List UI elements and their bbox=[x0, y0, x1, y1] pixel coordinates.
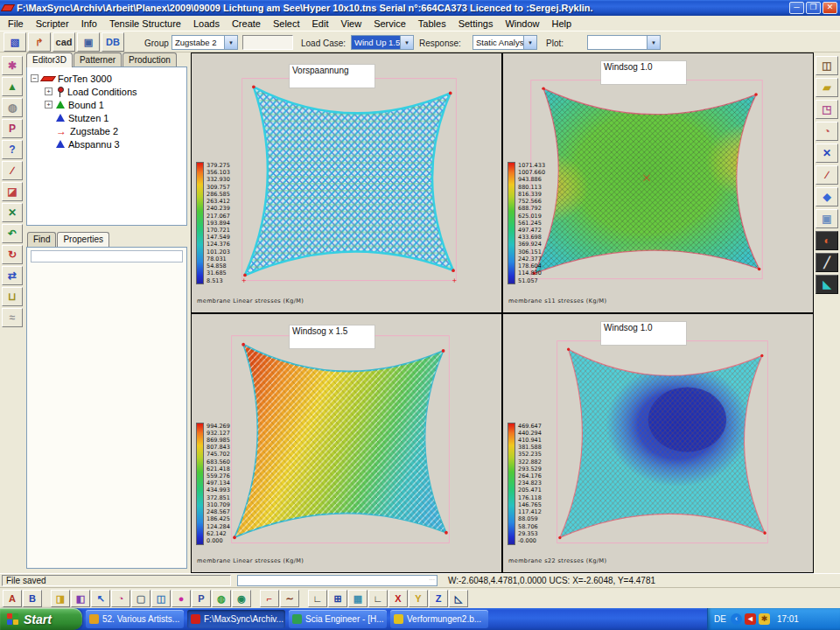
yellow-box-icon[interactable]: ◨ bbox=[51, 590, 70, 607]
task-various-artists[interactable]: 52. Various Artists... bbox=[86, 610, 184, 628]
surface-edit-icon[interactable]: ◪ bbox=[2, 182, 23, 201]
menu-item-tensile-structure[interactable]: Tensile Structure bbox=[103, 18, 187, 30]
menu-item-service[interactable]: Service bbox=[368, 18, 412, 30]
membrane-canvas-1[interactable] bbox=[241, 76, 458, 284]
save-icon[interactable]: ▣ bbox=[77, 32, 100, 52]
minimize-button[interactable]: ─ bbox=[789, 2, 804, 14]
x-axis-icon[interactable]: X bbox=[388, 590, 408, 607]
new-model-icon[interactable]: ▧ bbox=[4, 32, 26, 52]
chevron-down-icon[interactable]: ▼ bbox=[523, 36, 536, 49]
trash-icon[interactable]: ⊔ bbox=[2, 287, 23, 306]
tree-item-load-conditions[interactable]: + Load Conditions bbox=[31, 85, 185, 98]
viewport-cell-1[interactable]: Vorspaannung 379.275356.103332.930309.75… bbox=[192, 53, 501, 312]
menu-item-view[interactable]: View bbox=[335, 18, 368, 30]
cube-icon[interactable]: ◧ bbox=[71, 590, 90, 607]
font-a-icon[interactable]: A bbox=[3, 590, 22, 607]
task-scia-engineer[interactable]: Scia Engineer - [H... bbox=[289, 610, 387, 628]
region-select-icon[interactable]: ▰ bbox=[816, 78, 838, 97]
view-mode-icon[interactable]: ◫ bbox=[816, 56, 838, 75]
refresh-loop-icon[interactable]: ↻ bbox=[2, 245, 23, 264]
membrane-canvas-4[interactable] bbox=[556, 339, 769, 547]
delete-cross-icon[interactable]: ✕ bbox=[2, 203, 23, 222]
viewport-cell-4[interactable]: Windsog 1.0 469.647440.294410.941381.588… bbox=[503, 314, 813, 573]
delete-element-icon[interactable]: ✕ bbox=[816, 144, 838, 163]
menu-item-file[interactable]: File bbox=[2, 18, 30, 30]
magenta-dot-icon[interactable]: ● bbox=[172, 590, 191, 607]
gem-view-icon[interactable]: ◆ bbox=[816, 187, 838, 206]
tab-find[interactable]: Find bbox=[27, 232, 56, 247]
membrane-canvas-3[interactable] bbox=[230, 333, 451, 547]
expand-icon[interactable]: + bbox=[45, 88, 52, 95]
tab-properties[interactable]: Properties bbox=[57, 232, 109, 247]
chevron-down-icon[interactable]: ▼ bbox=[400, 36, 413, 49]
command-input[interactable]: ⋯ bbox=[237, 575, 438, 586]
dashed-box-icon[interactable]: ▢ bbox=[131, 590, 150, 607]
task-verformungen[interactable]: Verformungen2.b... bbox=[390, 610, 488, 628]
rad-snap-icon[interactable]: ∼ bbox=[280, 590, 299, 607]
font-b-icon[interactable]: B bbox=[23, 590, 42, 607]
tree-item-stutzen-1[interactable]: Stutzen 1 bbox=[31, 111, 185, 124]
rollback-tray-icon[interactable]: ‹ bbox=[731, 613, 742, 625]
pointer-icon[interactable]: ↖ bbox=[91, 590, 110, 607]
menu-item-tables[interactable]: Tables bbox=[412, 18, 452, 30]
mesh-generator-icon[interactable]: ✱ bbox=[2, 56, 23, 75]
menu-item-scripter[interactable]: Scripter bbox=[30, 18, 75, 30]
node-path-icon[interactable]: ⌐ bbox=[260, 590, 279, 607]
membrane-canvas-2[interactable] bbox=[529, 78, 764, 283]
zoom-window-icon[interactable]: ◳ bbox=[816, 100, 838, 119]
tab-production[interactable]: Production bbox=[122, 52, 177, 67]
task-maxsync[interactable]: F:\MaxSync\Archiv... bbox=[187, 610, 285, 628]
sketch-preview-icon[interactable]: ≈ bbox=[2, 308, 23, 327]
zoom-extents-icon[interactable]: ◔ bbox=[816, 122, 838, 141]
group-dropdown[interactable]: Zugstabe 2 ▼ bbox=[172, 35, 238, 50]
point-tool-icon[interactable]: P bbox=[2, 119, 23, 138]
collapse-icon[interactable]: − bbox=[31, 74, 38, 82]
messenger-tray-icon[interactable]: ✱ bbox=[759, 613, 770, 625]
axis-box-icon[interactable]: ⊞ bbox=[328, 590, 347, 607]
tree-item-forten-3000[interactable]: − ForTen 3000 bbox=[31, 72, 185, 85]
axis-3d-icon[interactable]: ◺ bbox=[449, 590, 468, 607]
response-dropdown[interactable]: Static Analysis Re ▼ bbox=[472, 35, 537, 50]
maximize-button[interactable]: ❐ bbox=[806, 2, 821, 14]
plot-dropdown[interactable]: ▼ bbox=[587, 35, 661, 50]
layers-icon[interactable]: ▣ bbox=[816, 209, 838, 228]
language-indicator[interactable]: DE bbox=[714, 614, 726, 624]
load-case-dropdown[interactable]: Wind Up 1.5 ▼ bbox=[351, 35, 414, 50]
query-help-icon[interactable]: ? bbox=[2, 140, 23, 159]
rotate-view-icon[interactable]: ◔ bbox=[111, 590, 130, 607]
axis-l2-icon[interactable]: ∟ bbox=[368, 590, 388, 607]
z-axis-icon[interactable]: Z bbox=[429, 590, 448, 607]
clip-view-icon[interactable]: ◣ bbox=[816, 275, 838, 294]
tree-item-zugstabe-2[interactable]: → Zugstabe 2 bbox=[31, 124, 185, 137]
expand-icon[interactable]: + bbox=[45, 101, 52, 108]
y-axis-icon[interactable]: Y bbox=[409, 590, 428, 607]
sphere-icon[interactable]: ◍ bbox=[212, 590, 231, 607]
chevron-down-icon[interactable]: ▼ bbox=[647, 36, 660, 49]
menu-item-create[interactable]: Create bbox=[226, 18, 267, 30]
cone-surface-icon[interactable]: ▲ bbox=[2, 77, 23, 96]
swap-ab-icon[interactable]: ⇄ bbox=[2, 266, 23, 285]
chevron-down-icon[interactable]: ▼ bbox=[224, 36, 237, 49]
copy-shape-icon[interactable]: ◫ bbox=[151, 590, 171, 607]
measure-icon[interactable]: ∕ bbox=[816, 165, 838, 185]
menu-item-info[interactable]: Info bbox=[75, 18, 103, 30]
close-button[interactable]: ✕ bbox=[822, 2, 837, 14]
properties-field[interactable] bbox=[31, 250, 183, 262]
dome-mesh-icon[interactable]: ◍ bbox=[2, 98, 23, 117]
menu-item-help[interactable]: Help bbox=[546, 18, 578, 30]
globe-icon[interactable]: ◉ bbox=[232, 590, 251, 607]
volume-tray-icon[interactable]: ◄ bbox=[745, 613, 756, 625]
db-icon[interactable]: DB bbox=[102, 32, 124, 52]
menu-item-edit[interactable]: Edit bbox=[306, 18, 335, 30]
menu-item-loads[interactable]: Loads bbox=[187, 18, 226, 30]
axis-mesh-icon[interactable]: ▦ bbox=[348, 590, 368, 607]
viewport-cell-3[interactable]: Windsog x 1.5 994.269932.127869.985807.8… bbox=[192, 314, 501, 573]
dimension-ruler-icon[interactable]: ∕ bbox=[2, 161, 23, 180]
render-icon[interactable]: ◐ bbox=[816, 231, 838, 250]
menu-item-window[interactable]: Window bbox=[499, 18, 545, 30]
menu-item-select[interactable]: Select bbox=[267, 18, 306, 30]
tab-patterner[interactable]: Patterner bbox=[74, 52, 122, 67]
start-button[interactable]: Start bbox=[0, 608, 82, 630]
p-tool-icon[interactable]: P bbox=[192, 590, 211, 607]
draw-line-icon[interactable]: ╱ bbox=[816, 253, 838, 272]
